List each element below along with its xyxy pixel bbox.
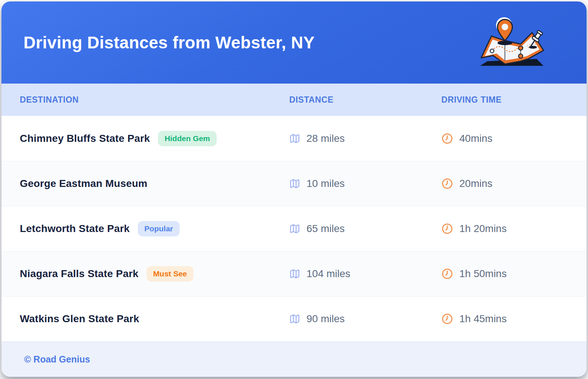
distance-cell: 65 miles: [289, 223, 441, 235]
folded-map-with-pin-illustration: [475, 15, 547, 69]
driving-time-cell: 1h 45mins: [441, 313, 587, 325]
table-row: George Eastman Museum 10 miles 20mins: [1, 161, 587, 206]
table-row: Watkins Glen State Park 90 miles 1h 45mi…: [1, 296, 587, 341]
column-header-driving-time: DRIVING TIME: [441, 95, 587, 105]
table-body: Chimney Bluffs State Park Hidden Gem 28 …: [1, 116, 587, 341]
destination-name: Watkins Glen State Park: [20, 313, 139, 325]
distance-value: 28 miles: [306, 133, 345, 144]
driving-time-value: 20mins: [459, 178, 492, 190]
clock-icon: [441, 223, 453, 235]
table-row: Chimney Bluffs State Park Hidden Gem 28 …: [1, 116, 587, 161]
driving-time-cell: 40mins: [441, 133, 587, 144]
destination-name: Letchworth State Park: [20, 223, 130, 235]
driving-time-value: 1h 50mins: [459, 268, 507, 280]
must-see-badge: Must See: [147, 266, 194, 282]
destination-name: Chimney Bluffs State Park: [20, 133, 150, 144]
distance-value: 65 miles: [306, 223, 345, 235]
driving-time-cell: 1h 50mins: [441, 268, 587, 280]
map-icon: [289, 133, 300, 144]
map-icon: [289, 178, 300, 189]
driving-distances-card: Driving Distances from Webster, NY: [1, 1, 587, 377]
map-icon: [289, 268, 300, 279]
driving-time-value: 1h 20mins: [459, 223, 507, 235]
driving-time-value: 40mins: [459, 133, 492, 144]
column-header-distance: DISTANCE: [289, 95, 441, 105]
table-row: Niagara Falls State Park Must See 104 mi…: [1, 251, 587, 296]
table-row: Letchworth State Park Popular 65 miles 1…: [1, 206, 587, 251]
clock-icon: [441, 133, 453, 144]
card-footer: © Road Genius: [1, 341, 587, 377]
hidden-gem-badge: Hidden Gem: [158, 131, 217, 146]
distance-cell: 104 miles: [289, 268, 441, 280]
clock-icon: [441, 178, 453, 190]
popular-badge: Popular: [138, 221, 180, 236]
column-header-destination: DESTINATION: [20, 95, 289, 105]
clock-icon: [441, 313, 453, 325]
card-header: Driving Distances from Webster, NY: [1, 1, 587, 84]
driving-time-value: 1h 45mins: [459, 313, 507, 325]
map-icon: [289, 313, 300, 324]
destination-name: Niagara Falls State Park: [20, 268, 139, 280]
map-icon: [289, 223, 300, 234]
distance-value: 104 miles: [306, 268, 350, 280]
distance-cell: 28 miles: [289, 133, 441, 144]
credit-text: © Road Genius: [24, 354, 90, 365]
distance-cell: 10 miles: [289, 178, 441, 190]
page-title: Driving Distances from Webster, NY: [23, 33, 315, 52]
distance-cell: 90 miles: [289, 313, 441, 325]
distance-value: 10 miles: [306, 178, 345, 190]
table-header-row: DESTINATION DISTANCE DRIVING TIME: [1, 84, 587, 116]
driving-time-cell: 1h 20mins: [441, 223, 587, 235]
clock-icon: [441, 268, 453, 280]
distance-value: 90 miles: [306, 313, 345, 325]
driving-time-cell: 20mins: [441, 178, 587, 190]
destination-name: George Eastman Museum: [20, 178, 147, 190]
